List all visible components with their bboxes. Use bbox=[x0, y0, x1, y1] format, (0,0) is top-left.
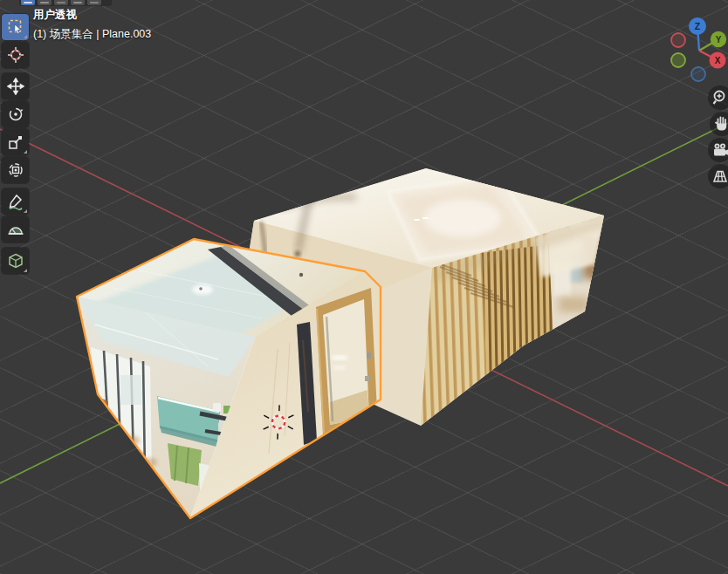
camera-view-button[interactable] bbox=[708, 138, 728, 162]
cursor-tool-icon bbox=[7, 46, 24, 64]
axis-x-negative[interactable] bbox=[671, 33, 685, 47]
select-box-icon bbox=[7, 18, 24, 36]
select-mode-extra[interactable] bbox=[87, 0, 101, 5]
annotate-icon bbox=[7, 193, 24, 210]
axis-z-positive[interactable]: Z bbox=[689, 17, 706, 35]
add-cube-icon bbox=[7, 252, 24, 270]
scale-tool[interactable] bbox=[2, 129, 29, 155]
orthographic-grid-icon bbox=[708, 164, 728, 188]
pan-button[interactable] bbox=[710, 112, 728, 136]
select-mode-tweak[interactable] bbox=[21, 0, 35, 5]
subtool-indicator bbox=[24, 209, 27, 213]
subtool-indicator bbox=[24, 35, 27, 38]
move-icon bbox=[7, 78, 24, 95]
select-mode-box[interactable] bbox=[38, 0, 52, 5]
zoom-icon bbox=[708, 85, 728, 110]
blender-viewport-window: 用户透视 (1) 场景集合 | Plane.003 bbox=[0, 0, 728, 574]
subtool-indicator bbox=[24, 269, 27, 272]
tool-header-bar bbox=[19, 0, 112, 6]
orientation-gizmo[interactable]: Z Y X bbox=[660, 11, 728, 90]
select-box-tool[interactable] bbox=[2, 14, 29, 40]
axis-y-negative[interactable] bbox=[671, 53, 685, 67]
select-mode-circle[interactable] bbox=[54, 0, 68, 5]
svg-text:X: X bbox=[715, 56, 721, 65]
measure-tool[interactable] bbox=[2, 216, 29, 243]
svg-text:Y: Y bbox=[716, 35, 722, 44]
subtool-indicator bbox=[24, 150, 27, 154]
svg-text:Z: Z bbox=[695, 21, 701, 31]
ortho-toggle-button[interactable] bbox=[708, 164, 728, 188]
viewport-canvas[interactable] bbox=[0, 0, 728, 574]
move-tool[interactable] bbox=[2, 73, 29, 99]
axis-x-positive[interactable]: X bbox=[710, 52, 726, 69]
rotate-icon bbox=[7, 106, 24, 123]
pan-hand-icon bbox=[710, 112, 728, 136]
transform-tool[interactable] bbox=[2, 157, 29, 183]
cursor-tool[interactable] bbox=[2, 42, 29, 68]
annotate-tool[interactable] bbox=[2, 188, 29, 215]
scale-icon bbox=[7, 133, 24, 151]
camera-view-icon bbox=[708, 138, 728, 162]
measure-icon bbox=[7, 221, 24, 238]
object-plane-003-selected[interactable] bbox=[77, 239, 381, 518]
zoom-button[interactable] bbox=[708, 85, 728, 110]
rotate-tool[interactable] bbox=[2, 101, 29, 127]
select-mode-lasso[interactable] bbox=[71, 0, 85, 5]
toolbar bbox=[2, 14, 29, 276]
axis-y-positive[interactable]: Y bbox=[711, 31, 726, 47]
axis-z-negative[interactable] bbox=[691, 67, 705, 81]
transform-icon bbox=[7, 161, 24, 179]
add-cube-tool[interactable] bbox=[2, 248, 29, 274]
